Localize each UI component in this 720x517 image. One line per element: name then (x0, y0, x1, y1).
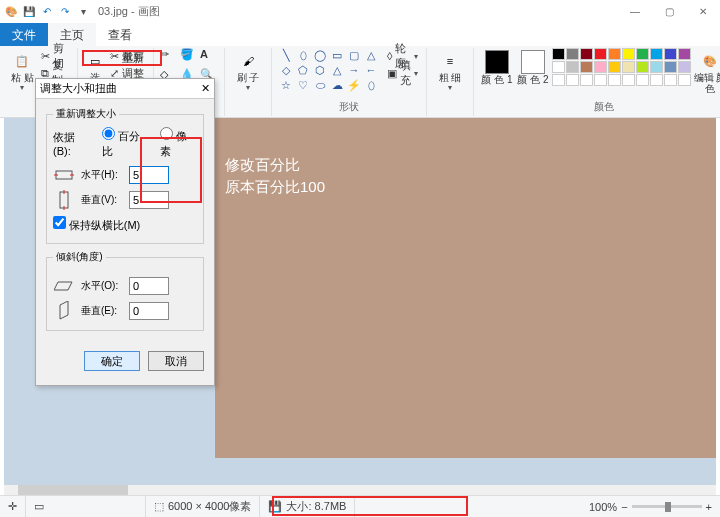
dims-icon: ⬚ (154, 500, 164, 513)
ok-button[interactable]: 确定 (84, 351, 140, 371)
group-shapes: ╲⬯◯▭▢△ ◇⬠⬡△→← ☆♡⬭☁⚡⬯ ◊轮廓▾ ▣填充▾ 形状 (272, 48, 427, 116)
color-palette[interactable] (552, 48, 691, 86)
shapes-gallery[interactable]: ╲⬯◯▭▢△ ◇⬠⬡△→← ☆♡⬭☁⚡⬯ (278, 48, 379, 92)
color-swatch[interactable] (636, 74, 649, 86)
scroll-thumb[interactable] (18, 485, 128, 495)
annotation-line2: 原本百分比100 (225, 178, 325, 197)
color-swatch[interactable] (580, 74, 593, 86)
horiz-resize-icon (53, 166, 75, 184)
zoom-in-button[interactable]: + (706, 501, 712, 513)
resize-dialog: 调整大小和扭曲 ✕ 重新调整大小 依据(B): 百分比 像素 水平(H): 垂直… (35, 78, 215, 386)
skew-v-input[interactable] (129, 302, 169, 320)
color-swatch[interactable] (622, 61, 635, 73)
shape-fill-button[interactable]: ▣填充▾ (385, 65, 420, 81)
save-icon[interactable]: 💾 (22, 4, 36, 18)
thickness-button[interactable]: ≡粗 细▾ (433, 48, 467, 92)
disk-icon: 💾 (268, 500, 282, 513)
close-button[interactable]: ✕ (686, 0, 720, 22)
vert-resize-icon (53, 191, 75, 209)
annotation-line1: 修改百分比 (225, 156, 300, 175)
vertical-input[interactable] (129, 191, 169, 209)
color-swatch[interactable] (650, 74, 663, 86)
color-swatch[interactable] (622, 48, 635, 60)
selection-icon: ▭ (34, 500, 44, 513)
canvas-image[interactable]: 修改百分比 原本百分比100 (215, 118, 716, 458)
resize-fieldset: 重新调整大小 依据(B): 百分比 像素 水平(H): 垂直(V): 保持纵横比… (46, 107, 204, 244)
color-swatch[interactable] (552, 48, 565, 60)
vert-skew-icon (53, 302, 75, 320)
quick-access-toolbar: 🎨 💾 ↶ ↷ ▾ (4, 4, 90, 18)
color-swatch[interactable] (650, 61, 663, 73)
brush-button[interactable]: 🖌刷 子▾ (231, 48, 265, 92)
outline-icon: ◊ (387, 50, 392, 62)
chevron-down-icon: ▾ (246, 83, 250, 92)
window-title: 03.jpg - 画图 (98, 4, 160, 19)
color-swatch[interactable] (664, 48, 677, 60)
maximize-button[interactable]: ▢ (652, 0, 686, 22)
color-swatch[interactable] (552, 61, 565, 73)
minimize-button[interactable]: — (618, 0, 652, 22)
horizontal-scrollbar[interactable] (4, 485, 716, 495)
fill-icon: ▣ (387, 67, 397, 80)
color-swatch[interactable] (678, 48, 691, 60)
cut-icon: ✂ (41, 50, 50, 63)
color-swatch[interactable] (650, 48, 663, 60)
color-swatch[interactable] (664, 61, 677, 73)
app-icon: 🎨 (4, 4, 18, 18)
color2-swatch (521, 50, 545, 74)
cancel-button[interactable]: 取消 (148, 351, 204, 371)
color-swatch[interactable] (566, 74, 579, 86)
qat-customize-icon[interactable]: ▾ (76, 4, 90, 18)
color-swatch[interactable] (594, 48, 607, 60)
zoom-slider[interactable] (632, 505, 702, 508)
color1-button[interactable]: 颜 色 1 (480, 48, 514, 85)
thickness-icon: ≡ (439, 50, 461, 72)
status-size: 💾大小: 8.7MB (260, 496, 355, 517)
color-swatch[interactable] (594, 74, 607, 86)
color2-button[interactable]: 颜 色 2 (516, 48, 550, 85)
color-swatch[interactable] (566, 61, 579, 73)
tab-file[interactable]: 文件 (0, 23, 48, 47)
color-swatch[interactable] (580, 48, 593, 60)
text-tool[interactable]: A (200, 48, 218, 66)
color-swatch[interactable] (608, 74, 621, 86)
zoom-out-button[interactable]: − (621, 501, 627, 513)
fill-tool[interactable]: 🪣 (180, 48, 198, 66)
skew-h-input[interactable] (129, 277, 169, 295)
redo-icon[interactable]: ↷ (58, 4, 72, 18)
color-swatch[interactable] (608, 61, 621, 73)
radio-pixels[interactable]: 像素 (160, 127, 197, 159)
radio-percent[interactable]: 百分比 (102, 127, 150, 159)
color-swatch[interactable] (678, 61, 691, 73)
color-swatch[interactable] (622, 74, 635, 86)
dialog-title: 调整大小和扭曲 (40, 81, 117, 96)
edit-colors-button[interactable]: 🎨编辑 颜色 (693, 48, 720, 94)
status-dims: ⬚6000 × 4000像素 (146, 496, 260, 517)
color1-swatch (485, 50, 509, 74)
color-swatch[interactable] (580, 61, 593, 73)
ribbon-tabs: 文件 主页 查看 (0, 22, 720, 46)
horizontal-input[interactable] (129, 166, 169, 184)
color-swatch[interactable] (566, 48, 579, 60)
pencil-tool[interactable]: ✏ (160, 48, 178, 66)
skew-fieldset: 倾斜(角度) 水平(O): 垂直(E): (46, 250, 204, 331)
color-swatch[interactable] (594, 61, 607, 73)
select-icon: ▭ (84, 50, 106, 72)
aspect-checkbox[interactable]: 保持纵横比(M) (53, 216, 140, 233)
group-brush: 🖌刷 子▾ (225, 48, 272, 116)
edit-colors-icon: 🎨 (699, 50, 720, 72)
tab-view[interactable]: 查看 (96, 23, 144, 47)
color-swatch[interactable] (608, 48, 621, 60)
chevron-down-icon: ▾ (448, 83, 452, 92)
cursor-icon: ✛ (8, 500, 17, 513)
paste-button[interactable]: 📋 粘 贴 ▾ (8, 48, 37, 92)
paste-icon: 📋 (11, 50, 33, 72)
color-swatch[interactable] (636, 61, 649, 73)
dialog-close-button[interactable]: ✕ (201, 82, 210, 95)
color-swatch[interactable] (664, 74, 677, 86)
color-swatch[interactable] (636, 48, 649, 60)
status-zoom: 100% − + (581, 496, 720, 517)
undo-icon[interactable]: ↶ (40, 4, 54, 18)
color-swatch[interactable] (678, 74, 691, 86)
color-swatch[interactable] (552, 74, 565, 86)
